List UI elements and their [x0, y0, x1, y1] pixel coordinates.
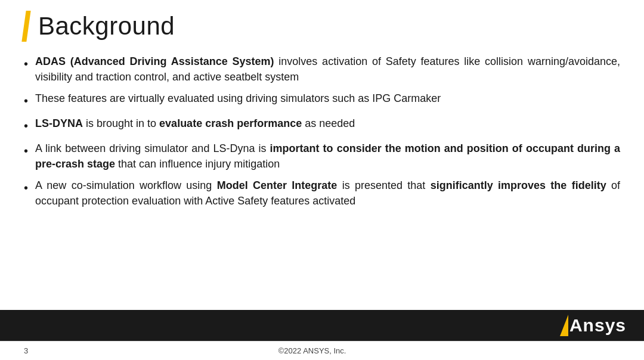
bullet-dot: • [24, 179, 28, 197]
bullet-dot: • [24, 117, 28, 135]
bullet-bold-text: evaluate crash performance [159, 117, 302, 129]
bullet-normal-text: A new co-simulation workflow using [35, 179, 217, 191]
slide-content: • ADAS (Advanced Driving Assistance Syst… [0, 48, 644, 310]
footer-bar: Ansys [0, 310, 644, 341]
header-accent-bar [21, 11, 30, 42]
bullet-text: A new co-simulation workflow using Model… [35, 178, 620, 209]
bullet-text: LS-DYNA is brought in to evaluate crash … [35, 116, 620, 131]
ansys-slash-icon [560, 315, 568, 336]
copyright-text: ©2022 ANSYS, Inc. [278, 346, 346, 355]
slide-container: Background • ADAS (Advanced Driving Assi… [0, 0, 644, 360]
bullet-normal-text: that can influence injury mitigation [115, 158, 280, 170]
bullet-dot: • [24, 92, 28, 110]
bullet-list: • ADAS (Advanced Driving Assistance Syst… [24, 54, 620, 209]
list-item: • A link between driving simulator and L… [24, 141, 620, 172]
ansys-logo: Ansys [560, 315, 626, 336]
page-number: 3 [24, 346, 28, 355]
page-title: Background [38, 12, 175, 41]
bullet-normal-text: as needed [302, 117, 355, 129]
bullet-text: ADAS (Advanced Driving Assistance System… [35, 54, 620, 85]
sub-footer: 3 ©2022 ANSYS, Inc. [0, 341, 644, 360]
bullet-normal-text: A link between driving simulator and LS-… [35, 142, 270, 154]
bullet-normal-text: is brought in to [83, 117, 159, 129]
list-item: • A new co-simulation workflow using Mod… [24, 178, 620, 209]
list-item: • LS-DYNA is brought in to evaluate cras… [24, 116, 620, 135]
bullet-normal-text: These features are virtually evaluated u… [35, 92, 441, 104]
bullet-text: A link between driving simulator and LS-… [35, 141, 620, 172]
bullet-text: These features are virtually evaluated u… [35, 91, 620, 106]
list-item: • ADAS (Advanced Driving Assistance Syst… [24, 54, 620, 85]
bullet-normal-text: is presented that [337, 179, 430, 191]
bullet-dot: • [24, 55, 28, 73]
bullet-bold-text: significantly improves the fidelity [431, 179, 606, 191]
bullet-dot: • [24, 142, 28, 160]
bullet-bold-text: Model Center Integrate [217, 179, 338, 191]
slide-header: Background [0, 0, 644, 48]
ansys-logo-text: Ansys [569, 315, 626, 336]
bullet-bold-text: LS-DYNA [35, 117, 83, 129]
list-item: • These features are virtually evaluated… [24, 91, 620, 110]
bullet-bold-text: ADAS (Advanced Driving Assistance System… [35, 55, 274, 67]
